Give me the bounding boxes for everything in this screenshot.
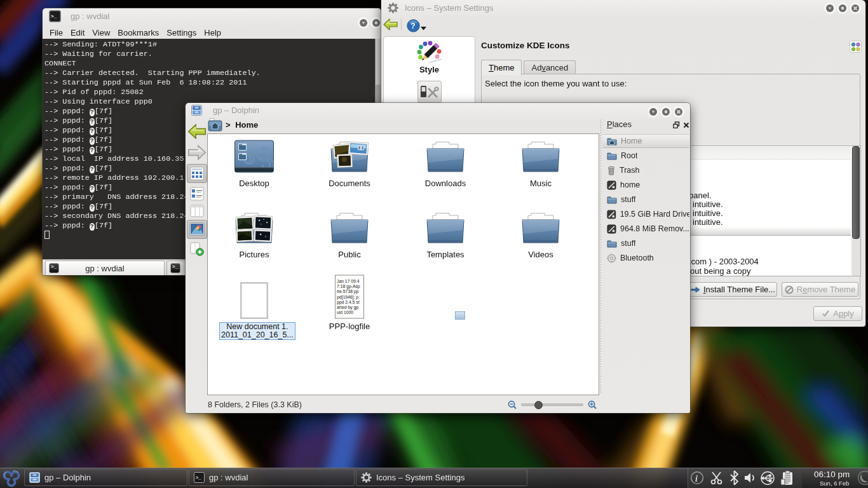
svg-text:?: ? xyxy=(410,22,415,30)
svg-text:i: i xyxy=(695,474,698,484)
svg-text:Jan 17 09:4: Jan 17 09:4 xyxy=(337,279,360,283)
svg-text:>_: >_ xyxy=(196,475,201,480)
svg-text:uid 1000: uid 1000 xyxy=(337,310,353,315)
svg-text:arted by gp: arted by gp xyxy=(337,305,358,310)
svg-text:pd[1946]: p: pd[1946]: p xyxy=(337,295,358,300)
svg-text:ppd 2.4.5 st: ppd 2.4.5 st xyxy=(337,300,360,305)
svg-text:>_: >_ xyxy=(51,13,57,19)
svg-text:7:18 gp-Asp: 7:18 gp-Asp xyxy=(337,284,360,289)
svg-text:ire-5738 pp: ire-5738 pp xyxy=(337,289,359,294)
